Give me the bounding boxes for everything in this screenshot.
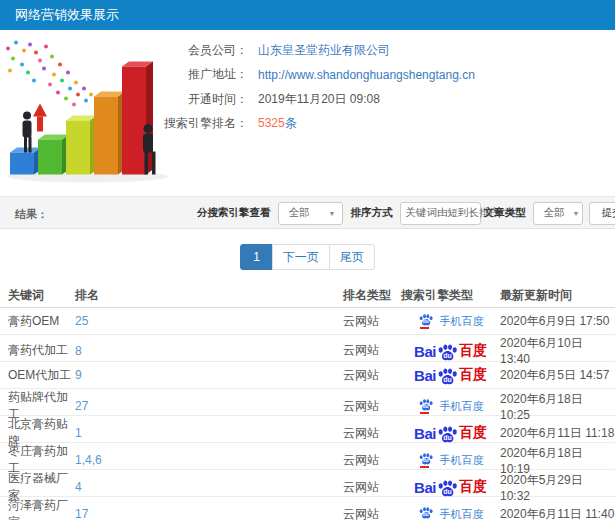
sort-select[interactable]: 关键词由短到长排序 ▼: [400, 202, 481, 225]
filter-bar: 结果： 分搜索引擎查看 全部 ▼ 排序方式 关键词由短到长排序 ▼ 文章类型 全…: [0, 196, 615, 229]
rank-type-cell: 云网站: [343, 313, 401, 330]
updated-cell: 2020年6月18日 10:25: [500, 391, 615, 422]
updated-cell: 2020年6月11日 11:18: [500, 425, 615, 442]
red-bar: [420, 327, 429, 330]
article-type-label: 文章类型: [484, 206, 526, 220]
rank-type-cell: 云网站: [343, 342, 401, 359]
table-row: 膏药代加工 8 云网站 Bai du 百度 2020年6月10日 13:40: [0, 335, 615, 362]
updated-cell: 2020年5月29日 10:32: [500, 472, 615, 503]
mobile-baidu-logo: du 手机百度: [418, 453, 484, 468]
account-info-section: 会员公司： 山东皇圣堂药业有限公司 推广地址： http://www.shand…: [0, 30, 615, 196]
open-time-row: 开通时间： 2019年11月20日 09:08: [0, 87, 615, 112]
baidu-paw-icon: du: [418, 314, 434, 328]
baidu-paw-icon: du: [437, 426, 458, 444]
updated-cell: 2020年6月11日 11:40: [500, 506, 615, 520]
red-bar: [420, 412, 429, 415]
rank-link[interactable]: 25: [75, 314, 88, 328]
page-header-bar: 网络营销效果展示: [0, 0, 615, 30]
col-header-updated: 最新更新时间: [500, 287, 615, 304]
rank-link[interactable]: 1: [75, 426, 82, 440]
company-label: 会员公司：: [0, 42, 248, 59]
promo-url-row: 推广地址： http://www.shandonghuangshengtang.…: [0, 63, 615, 88]
mobile-baidu-logo: du 手机百度: [418, 507, 484, 520]
submit-button[interactable]: 提交: [589, 202, 615, 225]
company-row: 会员公司： 山东皇圣堂药业有限公司: [0, 38, 615, 63]
rank-cell: 4: [75, 480, 343, 494]
keyword-cell: OEM代加工: [8, 367, 75, 384]
results-table: 关键词 排名 排名类型 搜索引擎类型 最新更新时间 膏药OEM 25 云网站 d…: [0, 283, 615, 520]
rank-link[interactable]: 17: [75, 507, 88, 520]
col-header-engine-type: 搜索引擎类型: [401, 287, 500, 304]
table-row: 膏药OEM 25 云网站 du 手机百度 2020年6月9日 17:50: [0, 308, 615, 335]
rank-link[interactable]: 8: [75, 344, 82, 358]
engine-cell: Bai du 百度: [401, 424, 500, 442]
rank-cell: 25: [75, 314, 343, 328]
engine-cell: du 手机百度: [401, 453, 500, 468]
pagination: 1 下一页 尾页: [0, 244, 615, 270]
rank-link[interactable]: 9: [75, 368, 82, 382]
rank-link[interactable]: 1,4,6: [75, 453, 102, 467]
rank-cell: 8: [75, 344, 343, 358]
table-row: 药贴牌代加工 27 云网站 du 手机百度 2020年6月18日 10:25: [0, 389, 615, 416]
open-time-label: 开通时间：: [0, 91, 248, 108]
keyword-cell: 膏药OEM: [8, 313, 75, 330]
mobile-baidu-logo: du 手机百度: [418, 314, 484, 329]
table-row: 医疗器械厂家 4 云网站 Bai du 百度 2020年5月29日 10:32: [0, 470, 615, 497]
engine-cell: Bai du 百度: [401, 342, 500, 360]
rank-type-cell: 云网站: [343, 367, 401, 384]
company-link[interactable]: 山东皇圣堂药业有限公司: [258, 42, 390, 59]
baidu-paw-icon: du: [418, 399, 434, 413]
rank-type-cell: 云网站: [343, 452, 401, 469]
baidu-paw-icon: du: [437, 368, 458, 386]
rank-type-cell: 云网站: [343, 425, 401, 442]
engine-rank-count[interactable]: 5325条: [258, 115, 297, 132]
table-header-row: 关键词 排名 排名类型 搜索引擎类型 最新更新时间: [0, 283, 615, 308]
engine-cell: Bai du 百度: [401, 478, 500, 496]
baidu-paw-icon: du: [437, 344, 458, 362]
engine-cell: Bai du 百度: [401, 366, 500, 384]
rank-type-cell: 云网站: [343, 398, 401, 415]
baidu-paw-icon: du: [418, 453, 434, 467]
engine-cell: du 手机百度: [401, 507, 500, 520]
updated-cell: 2020年6月9日 17:50: [500, 313, 615, 330]
rank-cell: 1,4,6: [75, 453, 343, 467]
chevron-down-icon: ▼: [329, 210, 336, 217]
engine-view-select[interactable]: 全部 ▼: [278, 202, 343, 225]
mobile-baidu-logo: du 手机百度: [418, 399, 484, 414]
baidu-logo: Bai du 百度: [414, 478, 487, 496]
keyword-cell: 菏泽膏药厂家: [8, 497, 75, 520]
rank-cell: 9: [75, 368, 343, 382]
col-header-rank: 排名: [75, 287, 343, 304]
baidu-paw-icon: du: [418, 507, 434, 520]
table-body: 膏药OEM 25 云网站 du 手机百度 2020年6月9日 17:50 膏: [0, 308, 615, 520]
table-row: 枣庄膏药加工 1,4,6 云网站 du 手机百度 2020年6月18日 10:1…: [0, 443, 615, 470]
rank-cell: 1: [75, 426, 343, 440]
updated-cell: 2020年6月5日 14:57: [500, 367, 615, 384]
rank-link[interactable]: 27: [75, 399, 88, 413]
next-page-button[interactable]: 下一页: [272, 244, 330, 270]
promo-url-link[interactable]: http://www.shandonghuangshengtang.cn: [258, 68, 475, 82]
baidu-logo: Bai du 百度: [414, 424, 487, 442]
engine-rank-row: 搜索引擎排名： 5325条: [0, 112, 615, 137]
last-page-button[interactable]: 尾页: [329, 244, 375, 270]
baidu-logo: Bai du 百度: [414, 342, 487, 360]
rank-link[interactable]: 4: [75, 480, 82, 494]
sort-label: 排序方式: [351, 206, 393, 220]
open-time-value: 2019年11月20日 09:08: [258, 91, 380, 108]
engine-cell: du 手机百度: [401, 399, 500, 414]
page-title: 网络营销效果展示: [15, 7, 119, 22]
rank-type-cell: 云网站: [343, 506, 401, 520]
table-row: OEM代加工 9 云网站 Bai du 百度 2020年6月5日 14:57: [0, 362, 615, 389]
rank-cell: 17: [75, 507, 343, 520]
updated-cell: 2020年6月10日 13:40: [500, 335, 615, 366]
chevron-down-icon: ▼: [573, 210, 580, 217]
baidu-logo: Bai du 百度: [414, 366, 487, 384]
col-header-keyword: 关键词: [8, 287, 75, 304]
promo-url-label: 推广地址：: [0, 66, 248, 83]
keyword-cell: 膏药代加工: [8, 342, 75, 359]
page-button-current[interactable]: 1: [240, 244, 273, 270]
col-header-rank-type: 排名类型: [343, 287, 401, 304]
baidu-paw-icon: du: [437, 480, 458, 498]
engine-view-label: 分搜索引擎查看: [197, 206, 271, 220]
article-type-select[interactable]: 全部 ▼: [533, 202, 583, 225]
